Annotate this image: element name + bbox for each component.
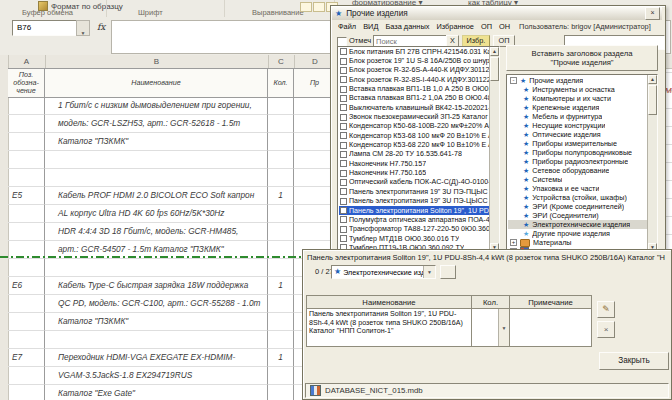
ribbon-icon[interactable]: [313, 2, 325, 12]
sheet-cell[interactable]: Кабель PROF HDMI 2.0 BICOLOR ECO Soft ка…: [45, 187, 268, 205]
scroll-up-icon[interactable]: ▲: [648, 75, 657, 84]
item-checkbox[interactable]: [340, 104, 347, 111]
item-checkbox[interactable]: [340, 86, 347, 93]
sheet-cell[interactable]: [268, 223, 294, 241]
sheet-cell[interactable]: [45, 259, 268, 277]
name-box[interactable]: B76: [12, 20, 80, 36]
list-item[interactable]: Конденсатор К50-68-100В-220 мкФ±20% АЖЯР…: [339, 122, 489, 131]
scroll-up-icon[interactable]: ▲: [490, 47, 499, 56]
item-checkbox[interactable]: [340, 132, 347, 139]
list-item[interactable]: Трансформатор ТА88-127-220-50 0Ю0.360.01…: [339, 225, 489, 234]
item-checkbox[interactable]: [340, 67, 347, 74]
sheet-cell[interactable]: [268, 259, 294, 277]
tree-scrollbar[interactable]: ▲ ▼: [647, 75, 657, 252]
qty-dropdown-button[interactable]: ▼: [498, 309, 509, 346]
column-header-a[interactable]: A: [8, 55, 46, 68]
item-checkbox[interactable]: [340, 48, 347, 55]
header-cell-pos[interactable]: Поз. обозна- чение: [8, 69, 45, 98]
item-checkbox[interactable]: [340, 76, 347, 83]
item-checkbox[interactable]: [340, 123, 347, 130]
list-item[interactable]: Полумуфта оптическая аппаратная ПОА-4О-F…: [339, 215, 489, 224]
row-name-cell[interactable]: Панель электропитания Soliton 19", 1U PD…: [306, 309, 472, 347]
list-item[interactable]: Блок розеток 19" 1U S-8 16А/250В со шнур…: [339, 56, 489, 65]
list-item[interactable]: Блок розеток R-32-6S-A-440-К ИДФУ.301122…: [339, 66, 489, 75]
header-cell-qty[interactable]: Кол.: [268, 69, 294, 98]
sheet-cell[interactable]: Каталог "ПЗКМК": [45, 313, 268, 331]
row-note-cell[interactable]: [510, 309, 592, 347]
item-checkbox[interactable]: [340, 216, 347, 223]
row-qty-cell[interactable]: ▼: [472, 309, 510, 347]
category-extra-button[interactable]: [440, 265, 456, 279]
item-checkbox[interactable]: [340, 188, 347, 195]
header-cell-name[interactable]: Наименование: [45, 69, 268, 98]
column-header-c[interactable]: C: [268, 55, 295, 68]
sheet-cell[interactable]: [268, 97, 294, 115]
list-item[interactable]: Звонок пьезокерамический ЗП-25 Каталог О…: [339, 112, 489, 121]
list-item[interactable]: Панель электропитания Soliton 19", 1U PD…: [339, 206, 489, 215]
tree-item[interactable]: ★Приборы радиоэлектронные: [508, 157, 647, 166]
sheet-cell[interactable]: [8, 97, 45, 115]
sheet-cell[interactable]: 1: [268, 187, 294, 205]
sheet-cell[interactable]: [8, 259, 45, 277]
sheet-cell[interactable]: Переходник HDMI-VGA EXEGATE EX-HDMIM-: [45, 349, 268, 367]
item-checkbox[interactable]: [340, 170, 347, 177]
sheet-cell[interactable]: E7: [8, 349, 45, 367]
sheet-cell[interactable]: [268, 133, 294, 151]
list-item[interactable]: Панель электропитания 19" 3U ПЭ-ПЦЫС СПР…: [339, 187, 489, 196]
sheet-cell[interactable]: [268, 331, 294, 349]
edit-row-button[interactable]: ✎: [597, 301, 615, 318]
list-item[interactable]: Панель электропитания 19" 3U ПЭ-ЦЫСС СПР…: [339, 197, 489, 206]
item-checkbox[interactable]: [340, 95, 347, 102]
ribbon-icon[interactable]: [300, 2, 312, 12]
list-scrollbar[interactable]: ▲ ▼: [489, 47, 499, 252]
sheet-cell[interactable]: VGAM-3.5JackS-1.8 EX294719RUS: [45, 367, 268, 385]
item-checkbox[interactable]: [340, 151, 347, 158]
tree-item[interactable]: ★Приборы полупроводниковые: [508, 148, 647, 157]
sheet-cell[interactable]: [268, 385, 294, 400]
sheet-cell[interactable]: AL корпус Ultra HD 4K 60 fps 60Hz/5K*30H…: [45, 205, 268, 223]
sheet-cell[interactable]: [45, 331, 268, 349]
list-item[interactable]: Блок питания БП 27В СПРН.421546.031 Ката…: [339, 47, 489, 56]
sheet-cell[interactable]: [45, 169, 268, 187]
sheet-cell[interactable]: [8, 223, 45, 241]
menu-op[interactable]: ОП: [481, 22, 492, 31]
list-item[interactable]: Наконечник Н7.750.157: [339, 159, 489, 168]
list-item[interactable]: Конденсатор К53-68 220 мкФ 10 В±10% Е АЖ…: [339, 140, 489, 149]
sheet-cell[interactable]: Каталог "ПЗКМК": [45, 133, 268, 151]
tree-item[interactable]: ★Оптические изделия: [508, 130, 647, 139]
expand-icon[interactable]: +: [510, 239, 517, 246]
item-checkbox[interactable]: [340, 235, 347, 242]
column-header-b[interactable]: B: [45, 55, 269, 68]
list-item[interactable]: Выключатель клавишный ВК42-15-202021-00У…: [339, 103, 489, 112]
list-item[interactable]: Конденсатор К53-68 100 мкФ 20 В±10% Е АЖ…: [339, 131, 489, 140]
tree-item[interactable]: ★Упаковка и ее части: [508, 184, 647, 193]
menu-favorites[interactable]: Избранное: [436, 22, 473, 31]
sheet-cell[interactable]: [268, 367, 294, 385]
list-item[interactable]: Вставка плавкая ВП1-1В 1,0 А 250 В ОЮ0.4…: [339, 84, 489, 93]
sheet-cell[interactable]: E6: [8, 277, 45, 295]
tree-item[interactable]: ★Устройства (стойки, шкафы): [508, 193, 647, 202]
menu-database[interactable]: База данных: [385, 22, 429, 31]
tree-item[interactable]: ★Другие прочие изделия: [508, 229, 647, 238]
sheet-cell[interactable]: 1: [268, 277, 294, 295]
item-checkbox[interactable]: [340, 114, 347, 121]
sheet-cell[interactable]: [8, 205, 45, 223]
tree-item[interactable]: ★Инструменты и оснастка: [508, 85, 647, 94]
tree-root[interactable]: -★Прочие изделия: [508, 76, 647, 85]
clear-row-button[interactable]: ×: [597, 321, 615, 338]
sheet-cell[interactable]: [8, 331, 45, 349]
sheet-cell[interactable]: [45, 151, 268, 169]
tree-item[interactable]: ★Сетевое оборудование: [508, 166, 647, 175]
tree-item[interactable]: ★Мебель и фурнитура: [508, 112, 647, 121]
tree-item[interactable]: ★Электротехнические изделия: [508, 220, 647, 229]
fx-button[interactable]: fx: [97, 22, 105, 32]
tree-item[interactable]: ★Крепежные изделия: [508, 103, 647, 112]
sheet-cell[interactable]: [8, 151, 45, 169]
sheet-cell[interactable]: [268, 205, 294, 223]
list-item[interactable]: Тумблер МТД1В ОЮ0.360.016 ТУ: [339, 234, 489, 243]
tree-item[interactable]: ★Приборы измерительные: [508, 139, 647, 148]
menu-file[interactable]: Файл: [338, 22, 356, 31]
item-checkbox[interactable]: [340, 207, 347, 214]
sheet-cell[interactable]: [268, 115, 294, 133]
sheet-cell[interactable]: модель: GCR-LSZH53, арт.: GCR-52618 - 1.…: [45, 115, 268, 133]
